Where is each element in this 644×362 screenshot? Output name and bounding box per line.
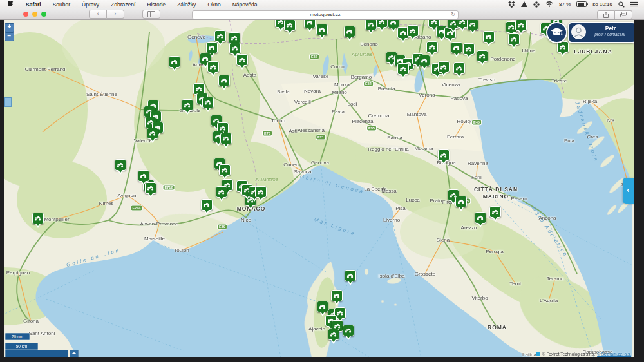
seznam-copyright-link[interactable]: © Seznam.cz, a.s.: [597, 352, 631, 356]
moto-marker[interactable]: [229, 43, 241, 54]
moto-marker[interactable]: [214, 30, 226, 42]
map-label-capital: ROMA: [488, 324, 507, 330]
moto-marker[interactable]: [426, 41, 438, 53]
share-button[interactable]: [597, 10, 615, 19]
zoom-out-button[interactable]: −: [5, 32, 14, 41]
moto-marker[interactable]: [201, 199, 213, 211]
back-button[interactable]: ‹: [89, 10, 107, 19]
moto-marker[interactable]: [328, 329, 339, 340]
reload-icon[interactable]: ↻: [451, 12, 455, 17]
menu-item-safari[interactable]: Safari: [20, 1, 47, 8]
menu-item-zalozky[interactable]: Záložky: [171, 1, 202, 8]
motorcycle-icon: [408, 27, 417, 34]
info-dot-icon[interactable]: [536, 352, 540, 356]
close-window-button[interactable]: [23, 12, 28, 17]
motorcycle-icon: [428, 43, 436, 50]
apple-menu-icon[interactable]: [8, 1, 14, 8]
moto-marker[interactable]: [407, 25, 419, 37]
moto-marker[interactable]: [206, 42, 218, 53]
moto-marker[interactable]: [463, 43, 475, 55]
map-label: Saint-Étienne: [86, 91, 117, 97]
moto-marker[interactable]: [455, 196, 467, 207]
moto-marker[interactable]: [451, 42, 462, 53]
moto-marker[interactable]: [219, 164, 231, 176]
sidebar-button[interactable]: [142, 10, 160, 19]
map-label: Terni: [509, 281, 520, 287]
motorcycle-icon: [220, 77, 228, 84]
tab-overview-button[interactable]: [615, 10, 632, 19]
moto-marker[interactable]: [304, 19, 316, 28]
moto-marker[interactable]: [475, 212, 486, 224]
menu-item-napoveda[interactable]: Nápověda: [227, 1, 263, 8]
courses-button[interactable]: [546, 22, 567, 43]
bottom-panel-bar[interactable]: [5, 350, 68, 357]
moto-marker[interactable]: [344, 26, 355, 37]
menu-item-okno[interactable]: Okno: [202, 1, 226, 8]
address-bar[interactable]: motoquest.cz ↻: [192, 10, 459, 19]
moto-marker[interactable]: [115, 159, 126, 171]
moto-marker[interactable]: [438, 61, 450, 73]
moto-marker[interactable]: [284, 19, 296, 31]
moto-marker[interactable]: [331, 290, 343, 301]
moto-marker[interactable]: [218, 75, 230, 86]
minimize-window-button[interactable]: [32, 12, 37, 17]
moto-marker[interactable]: [467, 19, 478, 30]
motorcycle-icon: [207, 44, 216, 51]
motorcycle-icon: [366, 21, 375, 28]
moto-marker[interactable]: [32, 213, 44, 224]
moto-marker[interactable]: [453, 62, 465, 74]
moto-marker[interactable]: [508, 33, 520, 45]
moto-marker[interactable]: [419, 55, 430, 66]
moto-marker[interactable]: [489, 206, 501, 218]
moto-marker[interactable]: [477, 50, 488, 62]
moto-marker[interactable]: [397, 63, 409, 75]
menu-item-soubor[interactable]: Soubor: [47, 1, 76, 8]
expand-button[interactable]: ◂▸: [70, 350, 79, 357]
left-panel-toggle[interactable]: [4, 97, 12, 107]
moto-marker[interactable]: [316, 24, 328, 35]
map-label: Marseille: [144, 236, 165, 242]
moto-marker[interactable]: [216, 186, 227, 198]
zoom-window-button[interactable]: [41, 12, 46, 17]
moto-marker[interactable]: [145, 182, 156, 194]
forward-button[interactable]: ›: [107, 10, 124, 19]
wifi-icon[interactable]: [545, 1, 553, 7]
moto-marker[interactable]: [147, 128, 158, 139]
right-panel-toggle[interactable]: ‹: [623, 178, 634, 204]
status-triangle-icon[interactable]: [521, 1, 527, 7]
dropbox-icon[interactable]: [508, 1, 515, 8]
moto-marker[interactable]: [376, 19, 388, 28]
map-label: Torino: [271, 118, 285, 124]
foxtrot-copyright-link[interactable]: © Foxtrot Technologies s.r.o.: [542, 352, 595, 356]
moto-marker[interactable]: [438, 149, 450, 161]
menu-item-upravy[interactable]: Úpravy: [76, 1, 105, 8]
motorcycle-icon: [305, 19, 314, 26]
map-label: Pesaro: [511, 196, 527, 202]
moto-marker[interactable]: [202, 97, 214, 108]
moto-marker[interactable]: [182, 99, 193, 111]
moto-marker[interactable]: [343, 325, 354, 336]
moto-marker[interactable]: [317, 301, 328, 312]
moto-marker[interactable]: [220, 133, 232, 144]
moto-marker[interactable]: [255, 186, 267, 198]
spotlight-search-icon[interactable]: [618, 1, 625, 8]
moto-marker[interactable]: [169, 56, 180, 68]
share-icon: [603, 12, 609, 18]
moto-marker[interactable]: [365, 19, 377, 30]
user-panel[interactable]: Petr profil / odhlášení: [568, 22, 634, 43]
profile-logout-link[interactable]: profil / odhlášení: [586, 32, 634, 37]
menu-item-zobrazeni[interactable]: Zobrazení: [105, 1, 141, 8]
fan-icon[interactable]: [533, 1, 540, 8]
moto-marker[interactable]: [483, 31, 495, 43]
zoom-in-button[interactable]: +: [5, 23, 14, 32]
menu-item-historie[interactable]: Historie: [141, 1, 171, 8]
map-label: Pula: [564, 138, 574, 144]
moto-marker[interactable]: [515, 19, 527, 31]
moto-marker[interactable]: [236, 54, 248, 66]
moto-marker[interactable]: [345, 270, 356, 281]
notification-center-icon[interactable]: [630, 1, 638, 7]
moto-marker[interactable]: [207, 61, 219, 73]
map-canvas[interactable]: Clermont-FerrandSaint-ÉtienneGenèveAnnec…: [4, 19, 634, 357]
map-label: Sondrio: [360, 41, 378, 47]
moto-marker[interactable]: [138, 170, 149, 182]
